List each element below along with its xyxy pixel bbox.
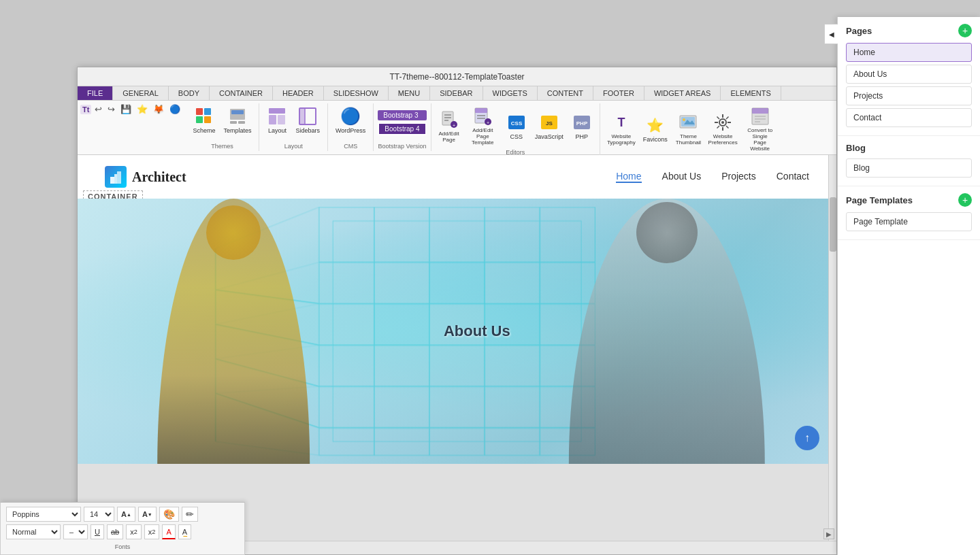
add-template-btn[interactable]: + bbox=[958, 193, 972, 207]
svg-rect-12 bbox=[299, 108, 305, 124]
svg-rect-2 bbox=[196, 116, 203, 123]
scroll-up-btn[interactable]: ↑ bbox=[795, 426, 819, 450]
svg-rect-9 bbox=[269, 115, 276, 124]
svg-rect-78 bbox=[429, 263, 485, 304]
website-preferences-btn[interactable]: WebsitePreferences bbox=[706, 111, 740, 148]
blog-item[interactable]: Blog bbox=[846, 158, 972, 178]
tab-content[interactable]: CONTENT bbox=[538, 86, 593, 100]
subscript-btn[interactable]: x2 bbox=[126, 524, 142, 539]
tab-elements[interactable]: ELEMENTS bbox=[721, 86, 781, 100]
bootstrap4-btn[interactable]: Bootstrap 4 bbox=[378, 122, 426, 135]
tab-widgets[interactable]: WIDGETS bbox=[483, 86, 538, 100]
v-scrollbar[interactable] bbox=[828, 155, 836, 541]
tab-body[interactable]: BODY bbox=[169, 86, 210, 100]
tab-menu[interactable]: MENU bbox=[389, 86, 430, 100]
cms-group: 🔵 WordPress CMS bbox=[328, 103, 374, 151]
superscript-btn[interactable]: x2 bbox=[144, 524, 160, 539]
svg-text:PHP: PHP bbox=[576, 120, 588, 127]
add-edit-page-template-btn[interactable]: + Add/Edit PageTemplate bbox=[464, 105, 502, 148]
font-color-btn[interactable]: A bbox=[162, 524, 175, 539]
v-scroll-thumb[interactable] bbox=[830, 197, 836, 252]
website-preview: Architect Home About Us Projects Contact… bbox=[78, 155, 836, 468]
pages-title: Pages bbox=[846, 26, 872, 36]
tab-slideshow[interactable]: SLIDESHOW bbox=[324, 86, 389, 100]
convert-single-page-btn[interactable]: Convert to SinglePage Website bbox=[741, 105, 779, 154]
strikethrough-btn[interactable]: ab bbox=[107, 524, 123, 539]
right-panel: ◀ Pages + Home About Us Projects Contact… bbox=[837, 17, 980, 555]
style-row: Normal Heading 1 Heading 2 Heading 3 — U… bbox=[6, 524, 239, 539]
svg-line-46 bbox=[717, 126, 720, 129]
js-btn[interactable]: JS JavaScript bbox=[532, 111, 567, 142]
themes-group: Scheme Templates Themes bbox=[185, 103, 259, 151]
nav-projects[interactable]: Projects bbox=[721, 171, 756, 183]
tab-container[interactable]: CONTAINER bbox=[210, 86, 273, 100]
add-edit-page-btn[interactable]: + Add/EditPage bbox=[436, 108, 463, 145]
svg-rect-52 bbox=[110, 177, 114, 184]
blog-section: Blog Blog bbox=[838, 136, 980, 186]
page-template-item[interactable]: Page Template bbox=[846, 212, 972, 231]
font-decrease-btn[interactable]: A▼ bbox=[138, 507, 157, 522]
underline-btn[interactable]: U bbox=[91, 524, 104, 539]
logo-text: Architect bbox=[132, 169, 186, 185]
font-color-wheel-btn[interactable]: 🎨 bbox=[159, 507, 179, 522]
redo-btn[interactable]: ↪ bbox=[105, 103, 117, 115]
theme-thumbnail-btn[interactable]: ThemeThumbnail bbox=[672, 111, 704, 148]
tab-file[interactable]: FILE bbox=[78, 86, 113, 100]
title-bar: TT-7theme--800112-TemplateToaster bbox=[78, 67, 836, 86]
tab-widget-areas[interactable]: WIDGET AREAS bbox=[644, 86, 721, 100]
nav-about[interactable]: About Us bbox=[662, 171, 702, 183]
h-scroll-right-arrow[interactable]: ▶ bbox=[823, 528, 834, 539]
logo-icon bbox=[105, 166, 127, 188]
svg-rect-1 bbox=[204, 108, 211, 115]
text-highlight-btn[interactable]: A̲ bbox=[178, 524, 191, 539]
tab-footer[interactable]: FOOTER bbox=[593, 86, 644, 100]
font-family-select[interactable]: Poppins bbox=[6, 507, 81, 522]
bootstrap3-btn[interactable]: Bootstrap 3 bbox=[378, 110, 426, 120]
panel-collapse-tab[interactable]: ◀ bbox=[824, 24, 838, 44]
tools-group: T WebsiteTypography ⭐ Favicons bbox=[600, 103, 783, 155]
php-btn[interactable]: PHP PHP bbox=[568, 111, 595, 142]
page-item-contact[interactable]: Contact bbox=[846, 108, 972, 127]
tab-general[interactable]: GENERAL bbox=[113, 86, 169, 100]
add-page-btn[interactable]: + bbox=[958, 24, 972, 37]
layout-btn[interactable]: Layout bbox=[263, 105, 291, 136]
font-increase-btn[interactable]: A▲ bbox=[117, 507, 135, 522]
wordpress-btn[interactable]: 🔵 WordPress bbox=[332, 105, 369, 136]
font-size-select[interactable]: 14 bbox=[84, 507, 114, 522]
pages-section: Pages + Home About Us Projects Contact bbox=[838, 17, 980, 136]
page-item-projects[interactable]: Projects bbox=[846, 86, 972, 105]
blog-section-header: Blog bbox=[846, 143, 972, 153]
tab-sidebar[interactable]: SIDEBAR bbox=[430, 86, 483, 100]
scheme-btn[interactable]: Scheme bbox=[189, 105, 218, 136]
firefox-btn[interactable]: 🦊 bbox=[151, 103, 166, 115]
preview-hero: About Us ↑ bbox=[78, 199, 836, 464]
favicons-btn[interactable]: ⭐ Favicons bbox=[640, 114, 671, 145]
templates-btn[interactable]: Templates bbox=[220, 105, 255, 136]
page-templates-title: Page Templates bbox=[846, 195, 913, 205]
star-btn[interactable]: ⭐ bbox=[135, 103, 150, 115]
undo-btn[interactable]: ↩ bbox=[93, 103, 104, 115]
layout-group: Layout Sidebars Layout bbox=[259, 103, 328, 151]
wp-btn[interactable]: 🔵 bbox=[167, 103, 182, 115]
nav-home[interactable]: Home bbox=[616, 171, 641, 183]
nav-contact[interactable]: Contact bbox=[777, 171, 809, 183]
toolbar-label: Fonts bbox=[6, 543, 239, 550]
svg-rect-8 bbox=[269, 108, 285, 114]
ribbon-tabs: FILE GENERAL BODY CONTAINER HEADER SLIDE… bbox=[78, 86, 836, 101]
style-select[interactable]: Normal Heading 1 Heading 2 Heading 3 bbox=[6, 524, 61, 539]
tab-header[interactable]: HEADER bbox=[273, 86, 324, 100]
save-btn[interactable]: 💾 bbox=[118, 103, 133, 115]
person-left bbox=[138, 199, 329, 464]
font-row: Poppins 14 A▲ A▼ 🎨 ✏ bbox=[6, 507, 239, 522]
svg-point-36 bbox=[683, 118, 685, 121]
website-typography-btn[interactable]: T WebsiteTypography bbox=[604, 111, 638, 148]
font-highlight-btn[interactable]: ✏ bbox=[182, 507, 198, 522]
color-select[interactable]: — bbox=[63, 524, 88, 539]
page-item-about[interactable]: About Us bbox=[846, 65, 972, 84]
page-item-home[interactable]: Home bbox=[846, 43, 972, 62]
svg-rect-5 bbox=[230, 121, 237, 124]
css-btn[interactable]: CSS CSS bbox=[503, 111, 530, 142]
sidebars-btn[interactable]: Sidebars bbox=[292, 105, 323, 136]
svg-rect-0 bbox=[196, 108, 203, 115]
page-templates-section: Page Templates + Page Template bbox=[838, 186, 980, 240]
